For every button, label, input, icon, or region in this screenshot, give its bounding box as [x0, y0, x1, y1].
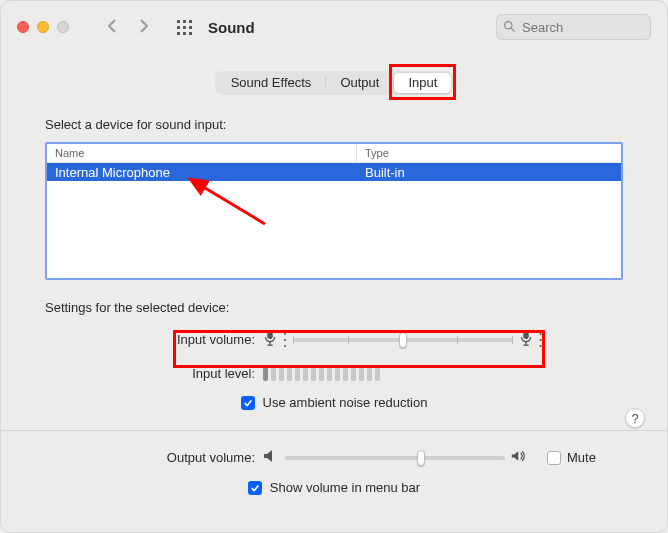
svg-point-25	[540, 345, 542, 347]
search-input[interactable]	[496, 14, 651, 40]
nav-arrows	[105, 19, 151, 36]
annotation-arrow	[175, 174, 275, 234]
column-type[interactable]: Type	[357, 147, 621, 159]
speaker-low-icon	[263, 449, 279, 466]
svg-point-23	[540, 339, 542, 341]
mic-low-icon	[263, 329, 277, 350]
tab-output[interactable]: Output	[326, 73, 393, 93]
svg-line-10	[511, 28, 514, 31]
device-table: Name Type Internal Microphone Built-in	[45, 142, 623, 280]
svg-rect-1	[183, 20, 186, 23]
mute-checkbox[interactable]	[547, 451, 561, 465]
svg-line-11	[190, 179, 265, 224]
show-all-icon[interactable]	[177, 20, 192, 35]
page-title: Sound	[208, 19, 255, 36]
input-volume-label: Input volume:	[45, 332, 263, 347]
svg-point-21	[540, 333, 542, 335]
tab-input[interactable]: Input	[394, 73, 451, 93]
svg-rect-8	[189, 32, 192, 35]
table-row[interactable]: Internal Microphone Built-in	[47, 163, 621, 181]
svg-point-16	[284, 339, 286, 341]
window-controls	[17, 21, 69, 33]
svg-point-9	[505, 22, 512, 29]
menubar-checkbox[interactable]	[248, 481, 262, 495]
menubar-label: Show volume in menu bar	[270, 480, 420, 495]
zoom-icon	[57, 21, 69, 33]
sound-prefpane-window: Sound Sound Effects Output Input Select …	[0, 0, 668, 533]
svg-rect-0	[177, 20, 180, 23]
mic-high-dots	[539, 331, 545, 349]
svg-point-22	[543, 333, 545, 335]
close-icon[interactable]	[17, 21, 29, 33]
mic-high-icon	[519, 329, 533, 350]
device-name: Internal Microphone	[47, 165, 357, 180]
settings-label: Settings for the selected device:	[45, 300, 623, 315]
table-header: Name Type	[47, 144, 621, 163]
minimize-icon[interactable]	[37, 21, 49, 33]
device-type: Built-in	[357, 165, 621, 180]
svg-point-26	[543, 345, 545, 347]
svg-rect-3	[177, 26, 180, 29]
search-icon	[503, 20, 516, 33]
titlebar: Sound	[1, 1, 667, 53]
svg-rect-7	[183, 32, 186, 35]
output-volume-slider[interactable]	[285, 456, 505, 460]
svg-rect-5	[189, 26, 192, 29]
svg-point-24	[543, 339, 545, 341]
column-name[interactable]: Name	[47, 144, 357, 162]
svg-point-17	[284, 345, 286, 347]
svg-point-15	[284, 333, 286, 335]
tab-sound-effects[interactable]: Sound Effects	[217, 73, 326, 93]
select-device-label: Select a device for sound input:	[45, 117, 623, 132]
help-button[interactable]: ?	[625, 408, 645, 428]
svg-rect-4	[183, 26, 186, 29]
input-level-label: Input level:	[45, 366, 263, 381]
svg-rect-2	[189, 20, 192, 23]
noise-reduction-checkbox[interactable]	[241, 396, 255, 410]
svg-rect-18	[523, 330, 528, 339]
svg-rect-6	[177, 32, 180, 35]
mic-low-dots	[283, 331, 287, 349]
input-volume-slider[interactable]	[293, 338, 513, 342]
output-volume-label: Output volume:	[45, 450, 263, 465]
svg-rect-12	[267, 330, 272, 339]
back-button[interactable]	[105, 19, 119, 36]
forward-button[interactable]	[137, 19, 151, 36]
mute-label: Mute	[567, 450, 596, 465]
tabs: Sound Effects Output Input	[215, 71, 454, 95]
input-level-meter	[263, 367, 380, 381]
noise-reduction-label: Use ambient noise reduction	[263, 395, 428, 410]
speaker-high-icon	[511, 449, 527, 466]
search-field[interactable]	[496, 14, 651, 40]
